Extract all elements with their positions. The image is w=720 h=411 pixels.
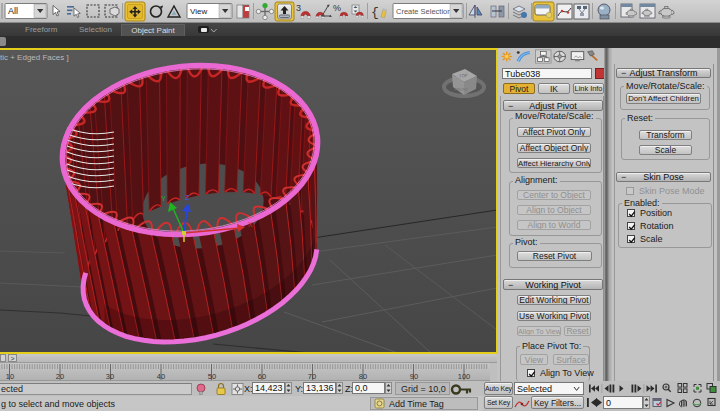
svg-text:50: 50 (208, 372, 216, 381)
svg-text:X: X (248, 221, 253, 228)
svg-text:Z: Z (185, 194, 190, 201)
svg-text:100: 100 (458, 372, 471, 381)
svg-text:All: All (8, 6, 18, 16)
svg-text:Y: Y (161, 195, 166, 202)
svg-text:60: 60 (258, 372, 266, 381)
svg-text:{: { (371, 5, 379, 20)
svg-text:10: 10 (6, 372, 14, 381)
svg-text:40: 40 (157, 372, 165, 381)
svg-text:70: 70 (308, 372, 316, 381)
svg-text:FRONT: FRONT (455, 87, 469, 92)
svg-text:%: % (333, 3, 341, 13)
svg-text:80: 80 (359, 372, 367, 381)
svg-text:90: 90 (410, 372, 418, 381)
svg-text:View: View (190, 7, 207, 16)
svg-text:30: 30 (106, 372, 114, 381)
svg-text:3: 3 (296, 3, 301, 13)
svg-text:20: 20 (56, 372, 64, 381)
